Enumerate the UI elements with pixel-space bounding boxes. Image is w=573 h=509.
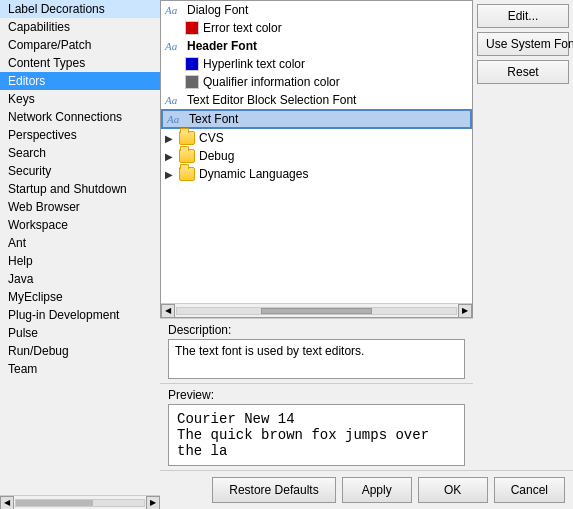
- description-label: Description:: [168, 323, 465, 337]
- use-system-font-button[interactable]: Use System Font: [477, 32, 569, 56]
- tree-item-label-dynamic: Dynamic Languages: [199, 167, 308, 181]
- tree-item-label-cvs: CVS: [199, 131, 224, 145]
- sidebar-item-label-decorations[interactable]: Label Decorations: [0, 0, 160, 18]
- bottom-bar: Restore Defaults Apply OK Cancel: [160, 470, 573, 509]
- sidebar-item-team[interactable]: Team: [0, 360, 160, 378]
- font-item-dialog-font[interactable]: Aa Dialog Font: [161, 1, 472, 19]
- font-item-label: Qualifier information color: [203, 75, 340, 89]
- tree-item-debug[interactable]: ▶ Debug: [161, 147, 472, 165]
- sidebar-item-web-browser[interactable]: Web Browser: [0, 198, 160, 216]
- restore-defaults-button[interactable]: Restore Defaults: [212, 477, 335, 503]
- sidebar-item-myeclipse[interactable]: MyEclipse: [0, 288, 160, 306]
- font-item-block-selection[interactable]: Aa Text Editor Block Selection Font: [161, 91, 472, 109]
- folder-icon-debug: [179, 149, 195, 163]
- reset-button[interactable]: Reset: [477, 60, 569, 84]
- aa-icon-text-font: Aa: [167, 113, 185, 125]
- hscroll-right-btn[interactable]: ▶: [458, 304, 472, 318]
- apply-button[interactable]: Apply: [342, 477, 412, 503]
- preview-line1: Courier New 14: [177, 411, 456, 427]
- sidebar-item-pulse[interactable]: Pulse: [0, 324, 160, 342]
- expand-arrow-cvs[interactable]: ▶: [165, 133, 179, 144]
- color-box-hyperlink: [185, 57, 199, 71]
- tree-item-label-debug: Debug: [199, 149, 234, 163]
- aa-icon-header: Aa: [165, 40, 183, 52]
- preview-box: Courier New 14 The quick brown fox jumps…: [168, 404, 465, 466]
- tree-item-cvs[interactable]: ▶ CVS: [161, 129, 472, 147]
- font-item-qualifier-color[interactable]: Qualifier information color: [161, 73, 472, 91]
- sidebar-item-run-debug[interactable]: Run/Debug: [0, 342, 160, 360]
- sidebar-item-startup-shutdown[interactable]: Startup and Shutdown: [0, 180, 160, 198]
- font-item-text-font[interactable]: Aa Text Font: [161, 109, 472, 129]
- font-item-label: Header Font: [187, 39, 257, 53]
- sidebar-item-help[interactable]: Help: [0, 252, 160, 270]
- sidebar-item-security[interactable]: Security: [0, 162, 160, 180]
- sidebar-item-workspace[interactable]: Workspace: [0, 216, 160, 234]
- cancel-button[interactable]: Cancel: [494, 477, 565, 503]
- center-panel: Aa Dialog Font Error text color: [160, 0, 473, 470]
- sidebar-item-compare-patch[interactable]: Compare/Patch: [0, 36, 160, 54]
- sidebar: Label Decorations Capabilities Compare/P…: [0, 0, 160, 509]
- preview-label: Preview:: [168, 388, 465, 402]
- description-text: The text font is used by text editors.: [168, 339, 465, 379]
- sidebar-item-perspectives[interactable]: Perspectives: [0, 126, 160, 144]
- aa-icon: Aa: [165, 4, 183, 16]
- expand-arrow-dynamic[interactable]: ▶: [165, 169, 179, 180]
- sidebar-scroll-left[interactable]: ◀: [0, 496, 14, 510]
- font-list-hscrollbar[interactable]: ◀ ▶: [161, 303, 472, 317]
- sidebar-item-java[interactable]: Java: [0, 270, 160, 288]
- sidebar-item-plugin-dev[interactable]: Plug-in Development: [0, 306, 160, 324]
- sidebar-item-editors[interactable]: Editors: [0, 72, 160, 90]
- sidebar-scroll-right[interactable]: ▶: [146, 496, 160, 510]
- sidebar-scroll-area[interactable]: Label Decorations Capabilities Compare/P…: [0, 0, 160, 495]
- sidebar-item-capabilities[interactable]: Capabilities: [0, 18, 160, 36]
- sidebar-item-keys[interactable]: Keys: [0, 90, 160, 108]
- hscroll-thumb[interactable]: [261, 308, 373, 314]
- sidebar-item-search[interactable]: Search: [0, 144, 160, 162]
- font-list[interactable]: Aa Dialog Font Error text color: [161, 1, 472, 303]
- folder-icon-dynamic: [179, 167, 195, 181]
- color-box-qualifier: [185, 75, 199, 89]
- font-item-label: Dialog Font: [187, 3, 248, 17]
- font-item-hyperlink-color[interactable]: Hyperlink text color: [161, 55, 472, 73]
- sidebar-item-ant[interactable]: Ant: [0, 234, 160, 252]
- preferences-dialog: Label Decorations Capabilities Compare/P…: [0, 0, 573, 509]
- font-item-label: Hyperlink text color: [203, 57, 305, 71]
- font-item-label: Text Editor Block Selection Font: [187, 93, 356, 107]
- color-box-error: [185, 21, 199, 35]
- description-area: Description: The text font is used by te…: [160, 318, 473, 383]
- sidebar-item-network-connections[interactable]: Network Connections: [0, 108, 160, 126]
- preview-line2: The quick brown fox jumps over the la: [177, 427, 456, 459]
- font-item-error-color[interactable]: Error text color: [161, 19, 472, 37]
- tree-item-dynamic-languages[interactable]: ▶ Dynamic Languages: [161, 165, 472, 183]
- right-buttons-panel: Edit... Use System Font Reset: [473, 0, 573, 470]
- aa-icon-block: Aa: [165, 94, 183, 106]
- font-item-label: Error text color: [203, 21, 282, 35]
- sidebar-item-content-types[interactable]: Content Types: [0, 54, 160, 72]
- font-item-header-font[interactable]: Aa Header Font: [161, 37, 472, 55]
- font-item-label: Text Font: [189, 112, 238, 126]
- edit-button[interactable]: Edit...: [477, 4, 569, 28]
- sidebar-horizontal-scrollbar[interactable]: ◀ ▶: [0, 495, 160, 509]
- expand-arrow-debug[interactable]: ▶: [165, 151, 179, 162]
- preview-area: Preview: Courier New 14 The quick brown …: [160, 383, 473, 470]
- hscroll-left-btn[interactable]: ◀: [161, 304, 175, 318]
- folder-icon-cvs: [179, 131, 195, 145]
- ok-button[interactable]: OK: [418, 477, 488, 503]
